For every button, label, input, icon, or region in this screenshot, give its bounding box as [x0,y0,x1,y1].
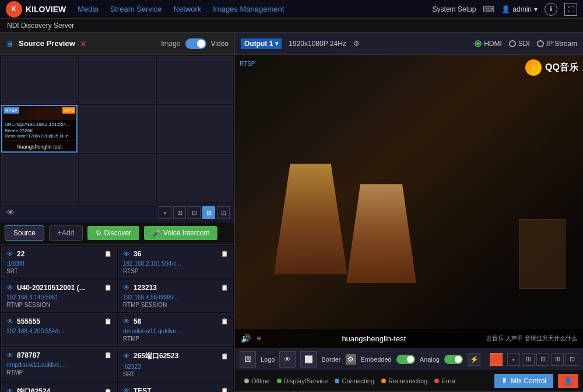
nav-media[interactable]: Media [78,2,98,16]
copy-icon-6[interactable]: 📋 [104,352,111,358]
logo-btn[interactable]: 🖼 [240,351,256,368]
sdi-radio[interactable] [509,40,516,47]
hdmi-label: HDMI [484,40,502,48]
mix-control-button[interactable]: 🎚 Mix Control [494,374,553,388]
eye-icon-6: 👁 [6,351,13,359]
source-card-2[interactable]: 👁 U40-20210512001 (... 📋 192.168.4.140:5… [1,280,117,312]
ip-radio[interactable] [537,40,544,47]
volume-icon[interactable]: 🔊 [241,334,251,343]
hdmi-option[interactable]: HDMI [475,40,502,48]
discover-button[interactable]: ↻ Discover [87,226,139,240]
emergency-button[interactable]: 👤 [558,374,578,388]
preview-cell-5[interactable] [79,105,155,153]
grid-custom-btn[interactable]: ⊡ [217,206,230,219]
offline-dot [244,379,249,383]
source-card-4[interactable]: 👁 555555 📋 192.168.4.200:554/c... [1,313,117,346]
out-grid-5[interactable]: ⊡ [566,353,578,366]
add-button[interactable]: +Add [49,225,83,241]
grid-2x2-btn[interactable]: ⊞ [173,206,186,219]
out-grid-1[interactable]: ▪ [507,353,520,366]
copy-icon-5[interactable]: 📋 [221,318,228,324]
rtsp-badge: RTSP [3,107,19,114]
source-type-1: RTSP [123,268,228,274]
expand-button[interactable]: ⛶ [564,3,577,16]
eye-icon-1: 👁 [123,250,130,258]
copy-icon-1[interactable]: 📋 [221,250,228,257]
out-grid-2[interactable]: ⊞ [522,353,535,366]
toggle-knob [197,40,205,48]
source-preview-toggle: Image Video [161,38,229,49]
embedded-toggle[interactable] [396,355,415,364]
eye-output-btn[interactable]: 👁 [279,351,296,368]
eye-icon-8: 👁 [6,387,13,392]
copy-icon-9[interactable]: 📋 [221,387,228,392]
copy-icon-3[interactable]: 📋 [221,284,228,291]
color-box[interactable] [490,353,503,366]
copy-icon-2[interactable]: 📋 [104,284,111,291]
source-name-5: 56 [134,317,141,326]
source-tab[interactable]: Source [5,225,44,241]
preview-resolution: Resolution:1280x720@25.0Hz [5,133,74,139]
display-dot [277,379,282,383]
hdmi-radio[interactable] [475,40,482,47]
grid-3x3-btn[interactable]: ⊞ [202,206,215,219]
preview-cell-active[interactable]: RTSP XPN URL:rtsp://192.168.2.151:554...… [1,105,78,153]
out-grid-4[interactable]: ⊞ [551,353,564,366]
source-url-7: :62523 [123,363,228,370]
preview-cell-9[interactable] [157,154,233,202]
source-card-7[interactable]: 👁 265端口62523 📋 :62523 SRT [118,347,233,382]
source-preview-close[interactable]: ✕ [80,39,87,48]
grid-1plus-btn[interactable]: ⊟ [188,206,201,219]
admin-menu[interactable]: 👤 admin ▾ [501,5,538,13]
output-controls: 🖼 Logo 👁 ⬜ Border ⚙ Embedded Analog ⚡ [235,348,583,370]
source-card-header-0: 👁 22 📋 [6,250,111,258]
source-card-1[interactable]: 👁 36 📋 192.168.2.151:554/c... RTSP [118,246,233,278]
source-card-header-9: 👁 TEST 📋 [123,387,228,393]
voice-intercom-button[interactable]: 🎤 Voice Intercom [144,226,217,240]
copy-icon-8[interactable]: 📋 [104,389,111,393]
out-grid-3[interactable]: ⊟ [536,353,549,366]
source-card-5[interactable]: 👁 56 📋 rtmpdist-w11.quklive.... RTMP [118,313,233,346]
settings-icon[interactable]: ⚙ [353,40,360,48]
grid-1x1-btn[interactable]: ▪ [159,206,171,219]
source-card-0[interactable]: 👁 22 📋 :10000 SRT [1,246,117,278]
keyboard-icon[interactable]: ⌨ [483,3,494,15]
eye-icon-7: 👁 [123,352,130,360]
list-icon[interactable]: ≡ [257,334,261,343]
ip-stream-label: IP Stream [546,40,577,48]
source-card-8[interactable]: 👁 端口62524 📋 :62524 SRT [1,383,117,393]
preview-cell-1[interactable] [1,56,78,104]
eye-icon[interactable]: 👁 [5,207,16,218]
mixer-icon[interactable]: ⚡ [468,353,480,366]
output-header: Output 1 ▾ 1920x1080P 24Hz ⚙ HDMI SDI [235,33,583,55]
preview-cell-8[interactable] [79,154,155,202]
nav-images-management[interactable]: Images Management [213,2,284,16]
source-card-6[interactable]: 👁 878787 📋 rtmpdist-w11.quklive.... RTMP [1,347,117,382]
system-setup-link[interactable]: System Setup [433,5,476,13]
copy-icon-0[interactable]: 📋 [104,250,111,257]
analog-toggle[interactable] [444,355,463,364]
sub-header-title: NDI Discovery Server [7,22,74,30]
source-name-6: 878787 [17,351,40,359]
source-card-3[interactable]: 👁 123213 📋 192.168.4.56:8888/i... RTMP S… [118,280,233,312]
sdi-option[interactable]: SDI [509,40,530,48]
preview-cell-2[interactable] [79,56,155,104]
border-settings-icon[interactable]: ⚙ [346,354,356,365]
content-area: 🖥 Source Preview ✕ Image Video [0,33,583,392]
preview-cell-3[interactable] [157,56,233,104]
source-card-header-5: 👁 56 📋 [123,317,228,326]
preview-cell-6[interactable] [157,105,233,153]
preview-cell-7[interactable] [1,154,78,202]
preview-controls: 👁 ▪ ⊞ ⊟ ⊞ ⊡ [0,203,234,223]
image-video-toggle[interactable] [185,38,206,49]
info-button[interactable]: ℹ [545,3,557,16]
source-card-9[interactable]: 👁 TEST 📋 67.70.138.80:9710 SRT [118,383,233,393]
copy-icon-7[interactable]: 📋 [221,353,228,359]
copy-icon-4[interactable]: 📋 [104,318,111,324]
nav-stream-service[interactable]: Stream Service [110,2,162,16]
output-badge[interactable]: Output 1 ▾ [241,38,282,49]
ip-stream-option[interactable]: IP Stream [537,40,577,48]
border-btn[interactable]: ⬜ [300,351,317,368]
nav-network[interactable]: Network [174,2,202,16]
source-toolbar: Source +Add ↻ Discover 🎤 Voice Intercom [0,223,234,245]
